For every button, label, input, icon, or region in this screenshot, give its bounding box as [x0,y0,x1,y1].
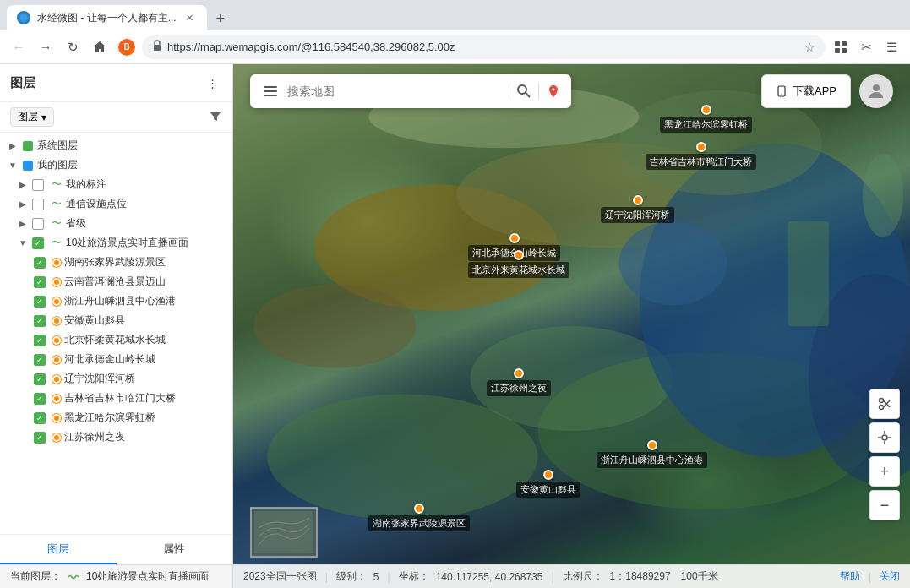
map-thumbnail [250,507,318,558]
search-input[interactable] [287,84,502,98]
svg-point-18 [518,85,526,94]
checkbox-zhoushan[interactable] [34,296,46,308]
zoom-out-icon: − [880,497,890,514]
expand-icon: ▶ [17,218,29,230]
wave-icon: 〜 [50,178,63,192]
tree-item-huangshan[interactable]: 安徽黄山黟县 [0,311,232,330]
marker-zhoushan[interactable]: 浙江舟山嵊泗县中心渔港 [597,440,707,468]
marker-dot [414,504,424,514]
new-tab-button[interactable]: + [209,7,232,30]
tree-item-jilin[interactable]: 吉林省吉林市临江门大桥 [0,389,232,408]
marker-zhangjiajie[interactable]: 湖南张家界武陵源景区 [368,504,470,531]
download-btn-label: 下载APP [793,84,836,99]
wave-icon: 〜 [50,237,63,250]
tree-item-my-layers[interactable]: ▼ 我的图层 [0,155,232,175]
tree-item-zhangjiajie[interactable]: 湖南张家界武陵源景区 [0,253,232,272]
active-tab[interactable]: 水经微图 - 让每一个人都有主... ✕ [7,5,207,30]
search-menu-icon[interactable] [260,83,281,100]
marker-dot [633,195,643,205]
brave-shield[interactable]: B [115,35,139,59]
cut-icon[interactable]: ✂ [854,35,878,59]
checkbox-province[interactable] [32,218,44,230]
expand-icon: ▼ [17,237,29,249]
svg-point-25 [880,406,884,410]
marker-harbin[interactable]: 黑龙江哈尔滨霁虹桥 [660,105,752,133]
close-link[interactable]: 关闭 [880,569,900,584]
back-button[interactable]: ← [7,35,30,59]
nav-right-buttons: ✂ ☰ [829,35,903,59]
tree-item-live-spots[interactable]: ▼ 〜 10处旅游景点实时直播画面 [0,233,232,253]
extensions-button[interactable] [829,35,853,59]
marker-dot [647,440,657,450]
locate-button[interactable] [869,422,900,453]
tree-item-huairou[interactable]: 北京怀柔黄花城水长城 [0,330,232,350]
marker-shenyang[interactable]: 辽宁沈阳浑河桥 [601,195,674,223]
tree-item-my-marks[interactable]: ▶ 〜 我的标注 [0,175,232,194]
checkbox-huairou[interactable] [34,335,46,346]
svg-point-22 [873,84,880,91]
marker-jilin[interactable]: 吉林省吉林市鸭江门大桥 [646,142,756,170]
checkbox-yunnan[interactable] [34,276,46,288]
checkbox-xuzhou[interactable] [34,432,46,444]
reload-button[interactable]: ↻ [61,35,84,59]
search-divider [509,83,509,100]
tab-bar: 水经微图 - 让每一个人都有主... ✕ + [0,0,910,30]
checkbox-jilin[interactable] [34,393,46,405]
svg-point-15 [863,153,903,237]
forward-button[interactable]: → [34,35,57,59]
tree-item-yunnan[interactable]: 云南普洱澜沧县景迈山 [0,272,232,291]
tab-close-button[interactable]: ✕ [183,11,197,24]
map-year: 2023全国一张图 [243,569,317,584]
filter-button[interactable] [209,109,222,125]
scissors-button[interactable] [869,389,900,419]
status-bar: 当前图层： 10处旅游景点实时直播画面 [0,564,232,588]
tree-item-zhoushan[interactable]: 浙江舟山嵊泗县中心渔港 [0,291,232,311]
tree-item-xuzhou[interactable]: 江苏徐州之夜 [0,427,232,447]
tree-item-harbin[interactable]: 黑龙江哈尔滨霁虹桥 [0,408,232,427]
tab-layers[interactable]: 图层 [0,535,117,564]
address-bar[interactable]: https://map.wemapgis.com/@116.584540,38.… [142,35,826,59]
marker-dot [509,233,520,243]
search-icon[interactable] [516,84,531,99]
svg-point-28 [882,435,887,440]
checkbox-zhangjiajie[interactable] [34,257,46,269]
map-area[interactable]: 下载APP 黑龙江哈尔滨霁虹桥 吉林省吉林市鸭江门大桥 [233,64,910,588]
tree-item-sys-layers[interactable]: ▶ 系统图层 [0,136,232,155]
download-app-button[interactable]: 下载APP [761,74,851,108]
wave-status-icon [68,571,79,583]
marker-label: 北京外来黄花城水长城 [468,262,569,278]
security-icon [152,40,162,54]
tree-item-province[interactable]: ▶ 〜 省级 [0,214,232,233]
tree-item-comm-pos[interactable]: ▶ 〜 通信设施点位 [0,194,232,214]
tree-item-chengde[interactable]: 河北承德金山岭长城 [0,350,232,369]
location-icon[interactable] [546,84,561,99]
checkbox-live-spots[interactable] [32,237,44,249]
map-terrain-svg [233,64,910,588]
marker-label: 黑龙江哈尔滨霁虹桥 [660,117,752,133]
marker-dot [696,142,706,152]
marker-huangshan[interactable]: 安徽黄山黟县 [516,470,580,498]
marker-huairou[interactable]: 北京外来黄花城水长城 [468,250,569,278]
checkbox-shenyang[interactable] [34,373,46,385]
layer-select-dropdown[interactable]: 图层 ▾ [10,107,54,127]
search-box[interactable] [250,74,571,108]
bookmark-icon[interactable]: ☆ [804,41,815,54]
help-link[interactable]: 帮助 [840,569,860,584]
marker-xuzhou[interactable]: 江苏徐州之夜 [487,368,551,396]
checkbox-comm-pos[interactable] [32,199,44,210]
tree-item-shenyang[interactable]: 辽宁沈阳浑河桥 [0,369,232,389]
menu-button[interactable]: ☰ [880,35,903,59]
tab-properties[interactable]: 属性 [117,535,233,564]
wave-icon: 〜 [50,198,63,211]
current-layer-name: 10处旅游景点实时直播画面 [86,569,209,584]
home-button[interactable] [88,35,112,59]
checkbox-harbin[interactable] [34,412,46,424]
checkbox-my-marks[interactable] [32,179,44,191]
map-satellite-bg [233,64,910,588]
zoom-out-button[interactable]: − [869,490,900,520]
user-avatar-button[interactable] [859,74,893,108]
zoom-in-button[interactable]: + [869,456,900,487]
checkbox-huangshan[interactable] [34,315,46,327]
sidebar-menu-button[interactable]: ⋮ [202,73,222,93]
checkbox-chengde[interactable] [34,354,46,366]
